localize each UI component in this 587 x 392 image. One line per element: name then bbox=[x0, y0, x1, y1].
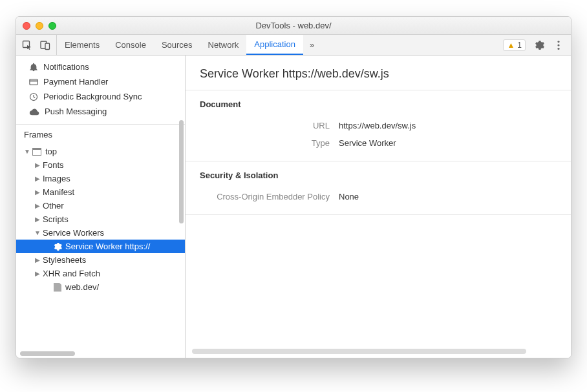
bell-icon bbox=[29, 63, 38, 72]
titlebar: DevTools - web.dev/ bbox=[16, 17, 571, 35]
details-heading: Service Worker https://web.dev/sw.js bbox=[186, 56, 571, 90]
frame-icon bbox=[32, 148, 41, 156]
kv-key: Cross-Origin Embedder Policy bbox=[200, 192, 339, 201]
section-title: Document bbox=[200, 99, 557, 109]
tree-label: Manifest bbox=[43, 187, 74, 197]
warning-icon: ▲ bbox=[507, 41, 515, 50]
svg-point-3 bbox=[557, 40, 559, 42]
chevron-right-icon: ▶ bbox=[34, 270, 41, 277]
warning-count: 1 bbox=[517, 41, 522, 50]
devtools-tabbar: Elements Console Sources Network Applica… bbox=[16, 35, 571, 56]
tree-xhr-fetch-item[interactable]: web.dev/ bbox=[16, 280, 185, 294]
device-toolbar-icon[interactable] bbox=[39, 39, 51, 51]
kv-key: URL bbox=[200, 121, 339, 130]
svg-rect-6 bbox=[30, 79, 37, 85]
tree-label: top bbox=[45, 147, 57, 156]
chevron-down-icon: ▼ bbox=[34, 229, 41, 236]
tree-label: web.dev/ bbox=[65, 282, 99, 292]
tree-fonts[interactable]: ▶ Fonts bbox=[16, 158, 185, 172]
svg-point-4 bbox=[557, 44, 559, 46]
file-icon bbox=[54, 283, 61, 292]
settings-icon[interactable] bbox=[533, 39, 545, 51]
kv-value: None bbox=[339, 192, 359, 201]
main-split: Notifications Payment Handler Periodic B… bbox=[16, 56, 571, 358]
chevron-right-icon: ▶ bbox=[34, 216, 41, 223]
sidebar-item-label: Periodic Background Sync bbox=[43, 92, 142, 101]
sidebar-item-payment-handler[interactable]: Payment Handler bbox=[16, 74, 185, 89]
minimize-window-button[interactable] bbox=[36, 22, 43, 30]
tab-application[interactable]: Application bbox=[246, 35, 303, 55]
card-icon bbox=[29, 78, 38, 86]
inspect-element-icon[interactable] bbox=[21, 39, 33, 51]
tree-label: Service Workers bbox=[43, 228, 104, 238]
sidebar-horizontal-scrollbar[interactable] bbox=[20, 351, 178, 356]
tree-top[interactable]: ▼ top bbox=[16, 145, 185, 158]
tree-service-worker-item[interactable]: Service Worker https:// bbox=[16, 240, 185, 253]
tree-label: Images bbox=[43, 174, 70, 183]
zoom-window-button[interactable] bbox=[48, 22, 56, 30]
close-window-button[interactable] bbox=[23, 22, 30, 30]
panel-tabs: Elements Console Sources Network Applica… bbox=[57, 35, 303, 55]
sidebar-vertical-scrollbar[interactable] bbox=[179, 120, 184, 223]
gear-icon bbox=[52, 242, 62, 251]
section-document: Document URL https://web.dev/sw.js Type … bbox=[186, 90, 571, 161]
tree-xhr-fetch[interactable]: ▶ XHR and Fetch bbox=[16, 267, 185, 280]
sidebar-item-push-messaging[interactable]: Push Messaging bbox=[16, 104, 185, 119]
application-sidebar: Notifications Payment Handler Periodic B… bbox=[16, 56, 186, 358]
clock-icon bbox=[29, 92, 38, 101]
devtools-window: DevTools - web.dev/ Elements Console Sou… bbox=[16, 16, 571, 358]
chevron-right-icon: ▶ bbox=[34, 161, 41, 169]
chevron-right-icon: ▶ bbox=[34, 175, 41, 182]
details-pane: Service Worker https://web.dev/sw.js Doc… bbox=[186, 56, 571, 358]
tree-service-workers[interactable]: ▼ Service Workers bbox=[16, 226, 185, 240]
sidebar-item-notifications[interactable]: Notifications bbox=[16, 59, 185, 74]
details-horizontal-scrollbar[interactable] bbox=[192, 349, 555, 354]
tree-other[interactable]: ▶ Other bbox=[16, 199, 185, 212]
tree-manifest[interactable]: ▶ Manifest bbox=[16, 185, 185, 199]
sidebar-item-label: Push Messaging bbox=[45, 107, 107, 116]
cloud-icon bbox=[29, 108, 39, 116]
tree-images[interactable]: ▶ Images bbox=[16, 172, 185, 185]
section-title: Security & Isolation bbox=[200, 170, 557, 180]
chevron-down-icon: ▼ bbox=[24, 148, 30, 155]
kv-key: Type bbox=[200, 138, 339, 148]
tree-label: Service Worker https:// bbox=[65, 242, 150, 251]
tree-label: Scripts bbox=[43, 214, 69, 224]
sidebar-item-label: Payment Handler bbox=[43, 77, 108, 87]
chevron-right-icon: ▶ bbox=[34, 202, 41, 209]
sidebar-item-periodic-bg-sync[interactable]: Periodic Background Sync bbox=[16, 89, 185, 104]
tree-label: Other bbox=[43, 201, 64, 211]
tab-sources[interactable]: Sources bbox=[154, 35, 200, 55]
tree-label: Stylesheets bbox=[43, 255, 86, 265]
window-title: DevTools - web.dev/ bbox=[16, 21, 571, 30]
tree-scripts[interactable]: ▶ Scripts bbox=[16, 212, 185, 226]
kv-value: Service Worker bbox=[339, 138, 396, 148]
svg-point-5 bbox=[557, 47, 559, 49]
tab-console[interactable]: Console bbox=[107, 35, 154, 55]
warnings-badge[interactable]: ▲ 1 bbox=[503, 39, 526, 51]
frames-section-title: Frames bbox=[16, 125, 185, 143]
chevron-right-icon: ▶ bbox=[34, 189, 41, 196]
svg-rect-2 bbox=[45, 43, 50, 50]
background-services-group: Notifications Payment Handler Periodic B… bbox=[16, 56, 185, 125]
chevron-right-icon: ▶ bbox=[34, 256, 41, 263]
more-menu-icon[interactable] bbox=[553, 39, 564, 51]
tab-network[interactable]: Network bbox=[200, 35, 247, 55]
tabs-overflow-button[interactable]: » bbox=[303, 35, 321, 55]
tab-elements[interactable]: Elements bbox=[57, 35, 107, 55]
tree-label: XHR and Fetch bbox=[43, 269, 100, 278]
frames-tree: ▼ top ▶ Fonts ▶ Images ▶ Manifest ▶ bbox=[16, 143, 185, 296]
kv-value: https://web.dev/sw.js bbox=[339, 121, 416, 130]
tree-label: Fonts bbox=[43, 160, 64, 170]
traffic-lights bbox=[16, 22, 56, 30]
sidebar-item-label: Notifications bbox=[43, 62, 89, 72]
section-security: Security & Isolation Cross-Origin Embedd… bbox=[186, 161, 571, 215]
tree-stylesheets[interactable]: ▶ Stylesheets bbox=[16, 253, 185, 267]
kv-row-type: Type Service Worker bbox=[200, 134, 557, 152]
kv-row-url: URL https://web.dev/sw.js bbox=[200, 117, 557, 134]
kv-row-coep: Cross-Origin Embedder Policy None bbox=[200, 188, 557, 205]
